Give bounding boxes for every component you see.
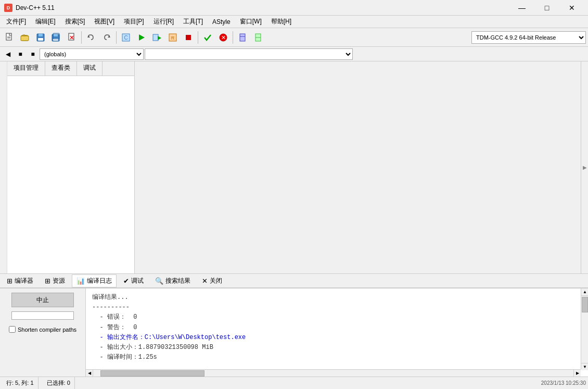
menu-view[interactable]: 视图[V]	[90, 16, 119, 27]
compiler-select[interactable]: TDM-GCC 4.9.2 64-bit Release	[471, 31, 586, 44]
sep3	[198, 31, 198, 44]
save-all-btn[interactable]	[49, 30, 63, 45]
svg-text:✕: ✕	[221, 34, 226, 41]
menu-search[interactable]: 搜索[S]	[61, 16, 90, 27]
debug-icon: ✔	[123, 277, 129, 285]
status-selected: 已选择: 0	[47, 379, 70, 387]
left-vtab	[0, 61, 7, 273]
svg-text:R: R	[171, 35, 175, 41]
bottom-tab-resource[interactable]: ⊞ 资源	[40, 274, 70, 287]
menu-file[interactable]: 文件[F]	[2, 16, 30, 27]
scroll-thumb-h[interactable]	[100, 370, 204, 377]
menu-run[interactable]: 运行[R]	[149, 16, 178, 27]
bottom-tab-debug[interactable]: ✔ 调试	[119, 274, 148, 287]
right-panel-handle[interactable]: ▶	[581, 61, 588, 273]
rebuild-btn[interactable]: R	[165, 30, 180, 45]
menu-tools[interactable]: 工具[T]	[179, 16, 207, 27]
title-bar: D Dev-C++ 5.11 — □ ✕	[0, 0, 588, 16]
compile-btn[interactable]: C	[119, 30, 133, 45]
app-icon: D	[4, 4, 12, 12]
new-btn[interactable]	[2, 30, 17, 45]
open-btn[interactable]	[18, 30, 32, 45]
resource-icon: ⊞	[45, 277, 50, 285]
svg-marker-21	[158, 36, 161, 40]
toolbar2: ◀ ■ ■ (globals)	[0, 47, 588, 61]
tab-classes[interactable]: 查看类	[45, 61, 77, 76]
svg-rect-4	[21, 36, 29, 41]
compile-run-btn[interactable]	[150, 30, 164, 45]
bottom-tab-compiler[interactable]: ⊞ 编译器	[2, 274, 38, 287]
log-icon: 📊	[76, 277, 85, 285]
shorten-paths-label: Shorten compiler paths	[18, 327, 76, 333]
search-icon: 🔍	[155, 277, 163, 285]
scroll-up-btn[interactable]: ▲	[581, 288, 588, 296]
svg-rect-27	[240, 34, 245, 41]
shorten-paths-checkbox[interactable]	[9, 326, 16, 333]
func-select[interactable]	[145, 48, 353, 60]
stop-btn[interactable]	[181, 30, 196, 45]
editor-area[interactable]	[135, 61, 581, 273]
bottom-tab-search[interactable]: 🔍 搜索结果	[150, 274, 195, 287]
save-btn[interactable]	[33, 30, 48, 45]
scroll-right-btn[interactable]: ▶	[573, 370, 581, 377]
check-btn[interactable]	[200, 30, 215, 45]
scroll-left-btn[interactable]: ◀	[86, 370, 93, 377]
status-position: 行: 5, 列: 1	[2, 377, 39, 389]
menu-help[interactable]: 帮助[H]	[267, 16, 296, 27]
output-content: 编译结果... ---------- - 错误： 0 - 警告： 0 - 输出文…	[86, 288, 588, 367]
menu-edit[interactable]: 编辑[E]	[31, 16, 60, 27]
redo-btn[interactable]	[99, 30, 114, 45]
scroll-down-btn[interactable]: ▼	[581, 363, 588, 370]
shorten-paths-container: Shorten compiler paths	[9, 326, 76, 333]
bottom-panel: 中止 Shorten compiler paths 编译结果... ------…	[0, 288, 588, 377]
status-right: 2023/1/13 10:25:30	[541, 380, 586, 386]
debug1-btn[interactable]	[235, 30, 250, 45]
error-btn[interactable]: ✕	[216, 30, 231, 45]
sep4	[233, 31, 233, 44]
menu-project[interactable]: 项目[P]	[120, 16, 148, 27]
bottom-tab-bar: ⊞ 编译器 ⊞ 资源 📊 编译日志 ✔ 调试 🔍 搜索结果 ✕ 关闭	[0, 273, 588, 288]
tab-project[interactable]: 项目管理	[7, 61, 45, 76]
compiler-icon: ⊞	[7, 277, 12, 285]
scroll-thumb-v[interactable]	[582, 297, 588, 312]
menu-window[interactable]: 窗口[W]	[236, 16, 266, 27]
bottom-left-controls: 中止 Shorten compiler paths	[0, 288, 86, 377]
title-bar-left: D Dev-C++ 5.11	[4, 4, 55, 12]
maximize-button[interactable]: □	[535, 1, 559, 15]
nav-btn[interactable]: ■	[27, 48, 39, 60]
output-scrollbar-vertical[interactable]: ▲ ▼	[581, 288, 588, 369]
run-btn[interactable]	[134, 30, 149, 45]
sep1	[81, 31, 82, 44]
scope-select[interactable]: (globals)	[40, 48, 144, 60]
back-btn[interactable]: ◀	[2, 48, 14, 60]
left-panel-content	[7, 76, 134, 273]
output-scrollbar-horizontal[interactable]: ◀ ▶	[86, 369, 581, 377]
tab-debug[interactable]: 调试	[77, 61, 103, 76]
close-file-btn[interactable]	[65, 30, 79, 45]
close-button[interactable]: ✕	[560, 1, 584, 15]
stop-compile-btn[interactable]: 中止	[11, 293, 74, 307]
bottom-output: 编译结果... ---------- - 错误： 0 - 警告： 0 - 输出文…	[86, 288, 588, 377]
menu-bar: 文件[F] 编辑[E] 搜索[S] 视图[V] 项目[P] 运行[R] 工具[T…	[0, 16, 588, 28]
fwd-btn[interactable]: ■	[15, 48, 26, 60]
svg-rect-20	[153, 34, 158, 41]
svg-rect-7	[38, 38, 43, 41]
bottom-tab-close[interactable]: ✕ 关闭	[197, 274, 227, 287]
window-controls: — □ ✕	[510, 1, 584, 15]
status-selection: 已选择: 0	[43, 377, 75, 389]
status-line-col: 行: 5, 列: 1	[6, 379, 34, 387]
minimize-button[interactable]: —	[510, 1, 534, 15]
svg-rect-6	[39, 34, 43, 36]
menu-astyle[interactable]: AStyle	[208, 17, 235, 27]
debug2-btn[interactable]	[251, 30, 265, 45]
bottom-tab-log[interactable]: 📊 编译日志	[72, 274, 117, 287]
sep2	[116, 31, 117, 44]
svg-rect-9	[54, 34, 58, 36]
progress-bar	[11, 311, 74, 320]
status-date: 2023/1/13 10:25:30	[541, 380, 586, 386]
app-title: Dev-C++ 5.11	[16, 4, 55, 11]
panel-tabs: 项目管理 查看类 调试	[7, 61, 134, 76]
undo-btn[interactable]	[84, 30, 98, 45]
content-wrapper: 项目管理 查看类 调试 ▶ ⊞ 编译器 ⊞ 资源 📊 编译日志 ✔ 调试	[0, 61, 588, 389]
svg-text:C: C	[124, 35, 127, 41]
